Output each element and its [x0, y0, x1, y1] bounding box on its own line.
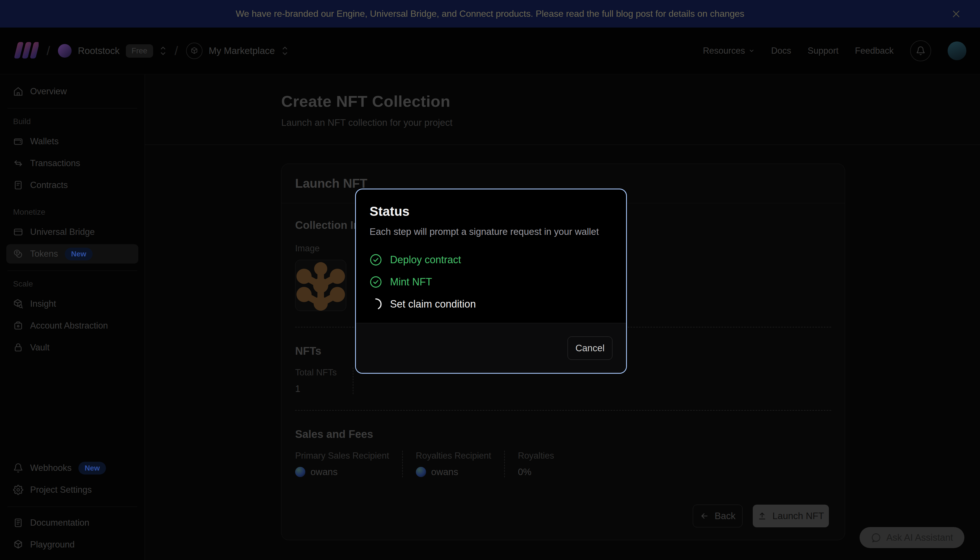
- sales-fees-heading: Sales and Fees: [295, 428, 831, 440]
- status-modal: Status Each step will prompt a signature…: [355, 188, 627, 374]
- bell-icon: [916, 46, 925, 56]
- check-circle-icon: [370, 276, 382, 288]
- sidebar-item-webhooks[interactable]: Webhooks New: [6, 458, 138, 478]
- modal-subtitle: Each step will prompt a signature reques…: [370, 226, 612, 237]
- page-header: Create NFT Collection Launch an NFT coll…: [145, 74, 980, 145]
- notifications-button[interactable]: [910, 40, 931, 61]
- card-icon: [13, 227, 23, 237]
- card-footer: Back Launch NFT: [282, 494, 845, 540]
- recipient-avatar: [295, 467, 305, 477]
- total-nfts-column: Total NFTs 1: [295, 367, 353, 394]
- book-icon: [13, 518, 23, 528]
- chat-bubble-icon: [871, 532, 881, 543]
- step-set-claim-condition: Set claim condition: [370, 298, 612, 310]
- gear-icon: [13, 485, 23, 495]
- back-button[interactable]: Back: [693, 505, 743, 527]
- project-name: My Marketplace: [209, 45, 275, 56]
- card-title: Launch NFT: [295, 177, 367, 190]
- recipient-avatar: [416, 467, 426, 477]
- user-avatar[interactable]: [948, 42, 967, 60]
- page-title: Create NFT Collection: [281, 92, 980, 110]
- section-label-build: Build: [13, 117, 138, 126]
- chevron-down-icon: [748, 48, 755, 54]
- upload-icon: [758, 512, 767, 520]
- webhooks-new-badge: New: [78, 462, 106, 475]
- swap-arrows-icon: [13, 158, 23, 168]
- banner-close-icon[interactable]: [950, 8, 962, 20]
- team-switcher[interactable]: Rootstock Free: [58, 44, 167, 58]
- sidebar-item-documentation[interactable]: Documentation: [6, 513, 138, 532]
- sidebar-item-wallets[interactable]: Wallets: [6, 132, 138, 151]
- project-switcher[interactable]: My Marketplace: [186, 43, 288, 59]
- step-mint-nft: Mint NFT: [370, 276, 612, 288]
- banner-message: We have re-branded our Engine, Universal…: [236, 8, 745, 19]
- thirdweb-logo[interactable]: [13, 42, 38, 60]
- chevron-updown-icon: [281, 45, 288, 57]
- cube-icon: [186, 43, 203, 59]
- top-header: / Rootstock Free / My Marketplace: [0, 28, 980, 74]
- total-nfts-label: Total NFTs: [295, 367, 344, 378]
- sidebar-item-account-abstraction[interactable]: Account Abstraction: [6, 316, 138, 335]
- breadcrumb-separator: /: [47, 44, 50, 58]
- ask-ai-assistant-button[interactable]: Ask AI Assistant: [860, 527, 964, 548]
- team-name: Rootstock: [78, 45, 120, 56]
- royalties-column: Royalties 0%: [518, 451, 567, 477]
- sidebar-item-insight[interactable]: Insight: [6, 294, 138, 313]
- section-label-scale: Scale: [13, 280, 138, 288]
- total-nfts-value: 1: [295, 383, 344, 394]
- bell-icon: [13, 463, 23, 473]
- nft-artwork: [295, 260, 346, 311]
- coins-icon: [13, 249, 23, 259]
- royalties-recipient-value: owans: [431, 467, 458, 477]
- sidebar-item-contracts[interactable]: Contracts: [6, 175, 138, 195]
- arrow-left-icon: [700, 512, 709, 520]
- chevron-updown-icon: [159, 45, 167, 57]
- cube-search-icon: [13, 299, 23, 309]
- primary-sales-label: Primary Sales Recipient: [295, 451, 389, 461]
- nav-resources[interactable]: Resources: [703, 46, 755, 56]
- primary-sales-value: owans: [310, 467, 337, 477]
- primary-sales-column: Primary Sales Recipient owans: [295, 451, 403, 477]
- divider: [7, 507, 137, 507]
- spinner-icon: [370, 298, 382, 310]
- launch-nft-button[interactable]: Launch NFT: [753, 505, 829, 527]
- sidebar-item-universal-bridge[interactable]: Universal Bridge: [6, 222, 138, 242]
- sidebar-item-vault[interactable]: Vault: [6, 338, 138, 357]
- nav-support[interactable]: Support: [808, 46, 838, 56]
- document-icon: [13, 180, 23, 190]
- divider: [295, 410, 831, 411]
- cancel-button[interactable]: Cancel: [568, 337, 612, 360]
- sidebar-item-transactions[interactable]: Transactions: [6, 153, 138, 173]
- royalties-recipient-column: Royalties Recipient owans: [416, 451, 505, 477]
- royalties-value: 0%: [518, 467, 554, 477]
- nav-docs[interactable]: Docs: [771, 46, 792, 56]
- nav-feedback[interactable]: Feedback: [855, 46, 893, 56]
- sidebar-item-project-settings[interactable]: Project Settings: [6, 480, 138, 500]
- plan-badge: Free: [126, 44, 153, 58]
- sidebar-item-overview[interactable]: Overview: [6, 82, 138, 101]
- breadcrumb-separator: /: [175, 44, 178, 58]
- cube-icon: [13, 540, 23, 550]
- home-icon: [13, 86, 23, 97]
- royalties-label: Royalties: [518, 451, 554, 461]
- rebrand-banner: We have re-branded our Engine, Universal…: [0, 0, 980, 28]
- step-deploy-contract: Deploy contract: [370, 253, 612, 266]
- check-circle-icon: [370, 253, 382, 266]
- tokens-new-badge: New: [65, 248, 92, 260]
- royalties-recipient-label: Royalties Recipient: [416, 451, 491, 461]
- page-subtitle: Launch an NFT collection for your projec…: [281, 117, 980, 128]
- section-label-monetize: Monetize: [13, 208, 138, 217]
- box-icon: [13, 321, 23, 331]
- modal-title: Status: [370, 203, 612, 219]
- lock-icon: [13, 342, 23, 353]
- modal-footer: Cancel: [356, 323, 626, 373]
- app-root: We have re-branded our Engine, Universal…: [0, 0, 980, 560]
- wallet-icon: [13, 136, 23, 147]
- nft-image-preview: [295, 260, 346, 311]
- sidebar: Overview Build Wallets Transactions Cont…: [0, 74, 145, 560]
- team-avatar: [58, 44, 72, 58]
- sidebar-item-tokens[interactable]: Tokens New: [6, 244, 138, 263]
- divider: [7, 108, 137, 108]
- sidebar-item-playground[interactable]: Playground: [6, 535, 138, 554]
